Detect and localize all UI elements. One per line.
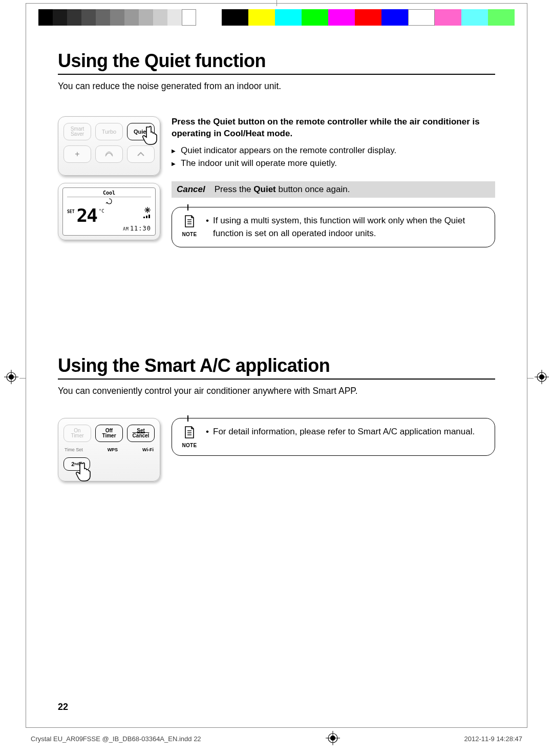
second-f-button: 2nd F [63,457,90,471]
plus-button: + [63,145,91,163]
remote-lcd-illustration: Cool SET 24 °C AM11:30 [58,183,160,240]
crop-tick [276,0,277,6]
note-icon: NOTE [180,215,199,240]
section-intro: You can reduce the noise generated from … [58,81,495,92]
set-cancel-button: SetCancel [127,425,155,442]
note-item: For detail information, please refer to … [206,426,475,438]
note-icon: NOTE [180,426,199,448]
up-button [127,145,155,163]
registration-mark-icon [326,731,340,747]
label-wifi: Wi-Fi [142,447,154,452]
print-footer: Crystal EU_AR09FSSE @_IB_DB68-03364A_EN.… [31,731,522,747]
signal-icon [143,214,151,218]
note-text: If using a multi system, this function w… [206,215,486,240]
label: Saver [71,132,84,137]
crop-tick [19,378,26,379]
page-number: 22 [58,702,68,712]
color-strip [222,9,515,26]
on-timer-button: OnTimer [63,425,91,442]
note-label: NOTE [180,232,199,237]
label-wps: WPS [108,447,118,452]
lcd-temp: 24 [76,206,96,225]
lcd-time-value: 11:30 [130,225,151,232]
smart-saver-button: Smart Saver [63,123,91,140]
heading-rule [58,379,495,380]
off-timer-button: OffTimer [95,425,123,442]
quiet-button: Quiet [127,123,155,140]
lcd-set-label: SET [67,209,74,214]
lcd-right-icons [143,206,151,218]
lcd-time: AM11:30 [67,225,151,232]
swing-button [95,145,123,163]
registration-mark-icon [4,370,18,386]
cancel-text: Press the Quiet button once again. [215,184,350,195]
bullet-item: The indoor unit will operate more quietl… [172,157,495,170]
cancel-label: Cancel [177,184,205,195]
bullet-list: Quiet indicator appears on the remote co… [172,144,495,170]
snowflake-icon [144,206,151,214]
footer-timestamp: 2012-11-9 14:28:47 [464,735,522,743]
lcd-degree: °C [99,208,104,214]
lcd-mode: Cool [67,190,151,197]
section-heading: Using the Smart A/C application [58,355,495,376]
crop-tick [527,378,534,379]
lcd-quiet-icon [67,197,151,205]
svg-rect-16 [143,217,145,218]
bullet-item: Quiet indicator appears on the remote co… [172,144,495,157]
svg-rect-17 [146,216,147,218]
lcd-ampm: AM [123,227,129,232]
cancel-bar: Cancel Press the Quiet button once again… [172,181,495,198]
remote-illustration-timer: OnTimer OffTimer SetCancel Time Set WPS … [58,418,160,481]
turbo-button: Turbo [95,123,123,140]
note-item: If using a multi system, this function w… [206,215,486,240]
sub-labels: Time Set WPS Wi-Fi [63,447,155,452]
note-text: For detail information, please refer to … [206,426,475,448]
section-intro: You can conveniently control your air co… [58,386,495,396]
label-timeset: Time Set [65,447,83,452]
instruction-text: Press the Quiet button on the remote con… [172,116,495,140]
footer-filename: Crystal EU_AR09FSSE @_IB_DB68-03364A_EN.… [31,735,201,743]
heading-rule [58,74,495,75]
note-label: NOTE [180,443,199,448]
section-heading: Using the Quiet function [58,50,495,72]
note-box: NOTE If using a multi system, this funct… [172,207,495,247]
grayscale-strip [38,9,196,26]
svg-rect-18 [148,215,150,218]
note-box: NOTE For detail information, please refe… [172,418,495,456]
remote-illustration-top: Smart Saver Turbo Quiet + [58,116,160,176]
registration-mark-icon [535,370,549,386]
